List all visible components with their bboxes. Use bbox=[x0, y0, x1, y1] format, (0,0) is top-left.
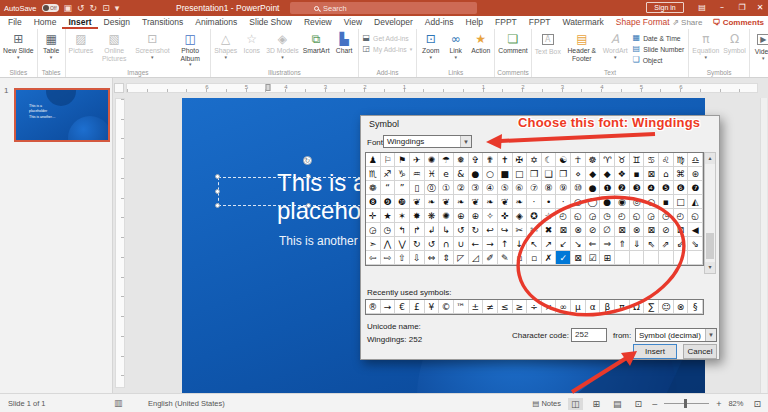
symbol-cell[interactable]: ❼ bbox=[688, 181, 703, 195]
recent-symbol-cell[interactable]: £ bbox=[410, 300, 425, 314]
symbol-cell[interactable]: ↩ bbox=[483, 223, 498, 237]
symbol-cell[interactable]: ⊛ bbox=[688, 167, 703, 181]
symbol-cell[interactable]: ❹ bbox=[644, 181, 659, 195]
symbol-cell[interactable] bbox=[630, 251, 645, 265]
symbol-cell[interactable]: e bbox=[439, 167, 454, 181]
recent-symbol-cell[interactable]: Ω bbox=[630, 300, 645, 314]
chevron-down-icon[interactable]: ▼ bbox=[460, 136, 471, 147]
symbol-cell[interactable]: ✺ bbox=[425, 153, 440, 167]
symbol-cell[interactable]: ✓ bbox=[556, 251, 571, 265]
zoom-level[interactable]: 82% bbox=[728, 399, 743, 408]
symbol-cell[interactable]: ◵ bbox=[688, 209, 703, 223]
symbol-cell[interactable]: ❋ bbox=[425, 209, 440, 223]
symbol-cell[interactable]: ◀ bbox=[688, 223, 703, 237]
zoom-in-icon[interactable]: + bbox=[716, 399, 721, 409]
symbol-cell[interactable]: ◆ bbox=[600, 167, 615, 181]
video-button[interactable]: ▶Video▾ bbox=[751, 30, 768, 60]
symbol-cell[interactable]: ○ bbox=[571, 195, 586, 209]
symbol-cell[interactable]: ◷ bbox=[600, 209, 615, 223]
symbol-cell[interactable]: ◶ bbox=[366, 223, 381, 237]
symbol-cell[interactable]: ⇐ bbox=[586, 237, 601, 251]
symbol-cell[interactable]: ✠ bbox=[513, 153, 528, 167]
object-button[interactable]: ❏Object bbox=[633, 56, 685, 64]
symbol-cell[interactable]: ❦ bbox=[498, 195, 513, 209]
symbol-cell[interactable]: ♍ bbox=[674, 153, 689, 167]
menu-tab-insert[interactable]: Insert bbox=[62, 16, 97, 29]
symbol-cell[interactable]: ❶ bbox=[600, 181, 615, 195]
symbol-cell[interactable]: ⊘ bbox=[586, 223, 601, 237]
canvas-scrollbar[interactable] bbox=[760, 98, 767, 393]
symbol-cell[interactable]: & bbox=[454, 167, 469, 181]
symbol-cell[interactable]: ★ bbox=[381, 209, 396, 223]
present-icon[interactable]: ⊡ bbox=[102, 0, 110, 16]
symbol-cell[interactable]: ⋀ bbox=[381, 237, 396, 251]
symbol-cell[interactable]: ♒ bbox=[410, 167, 425, 181]
recent-symbol-cell[interactable]: → bbox=[381, 300, 396, 314]
symbol-cell[interactable]: ☥ bbox=[571, 153, 586, 167]
symbol-cell[interactable]: ⊠ bbox=[556, 223, 571, 237]
resize-handle[interactable] bbox=[215, 189, 220, 194]
recent-symbol-cell[interactable]: ≥ bbox=[513, 300, 528, 314]
symbol-cell[interactable]: ↲ bbox=[425, 223, 440, 237]
symbol-cell[interactable]: ⇒ bbox=[600, 237, 615, 251]
symbol-cell[interactable]: ◆ bbox=[586, 167, 601, 181]
symbol-cell[interactable]: ↙ bbox=[556, 237, 571, 251]
dialog-title[interactable]: Symbol bbox=[369, 119, 399, 129]
zoom-slider[interactable] bbox=[664, 403, 709, 404]
recent-symbol-cell[interactable]: π bbox=[615, 300, 630, 314]
symbol-cell[interactable]: ③ bbox=[469, 181, 484, 195]
symbol-cell[interactable]: ☂ bbox=[439, 153, 454, 167]
menu-tab-fppt[interactable]: FPPT bbox=[523, 16, 557, 29]
symbol-cell[interactable]: ✖ bbox=[542, 223, 557, 237]
symbol-cell[interactable]: ↻ bbox=[469, 223, 484, 237]
text-box-button[interactable]: AText Box bbox=[533, 30, 563, 56]
symbol-cell[interactable]: ♑ bbox=[395, 167, 410, 181]
fit-to-window-icon[interactable]: ⊡ bbox=[750, 398, 764, 410]
symbol-cell[interactable]: ⇕ bbox=[439, 251, 454, 265]
symbol-cell[interactable]: ❒ bbox=[527, 167, 542, 181]
symbol-cell[interactable]: ♎ bbox=[688, 153, 703, 167]
zoom-button[interactable]: ⊡Zoom▾ bbox=[418, 30, 443, 59]
symbol-cell[interactable]: ◿ bbox=[469, 251, 484, 265]
symbol-cell[interactable]: ➣ bbox=[366, 237, 381, 251]
symbol-cell[interactable]: ☆ bbox=[542, 209, 557, 223]
wordart-button[interactable]: AWordArt▾ bbox=[601, 30, 630, 59]
recent-symbol-cell[interactable]: ÷ bbox=[527, 300, 542, 314]
symbol-cell[interactable]: ↻ bbox=[410, 237, 425, 251]
symbol-cell[interactable]: ❑ bbox=[542, 167, 557, 181]
action-button[interactable]: ★Action bbox=[468, 30, 493, 55]
symbol-cell[interactable]: ❐ bbox=[556, 167, 571, 181]
symbol-cell[interactable]: ✪ bbox=[527, 209, 542, 223]
recent-symbol-cell[interactable]: § bbox=[688, 300, 703, 314]
symbol-cell[interactable]: ⋁ bbox=[395, 237, 410, 251]
undo-icon[interactable]: ↺ bbox=[77, 0, 85, 16]
symbol-cell[interactable]: ◈ bbox=[513, 209, 528, 223]
symbol-cell[interactable]: ◴ bbox=[615, 209, 630, 223]
cancel-button[interactable]: Cancel bbox=[683, 344, 717, 359]
save-icon[interactable]: ▣ bbox=[64, 0, 73, 16]
symbol-cell[interactable]: ⑥ bbox=[513, 181, 528, 195]
symbol-cell[interactable]: ▫ bbox=[527, 251, 542, 265]
symbol-cell[interactable]: ■ bbox=[498, 167, 513, 181]
menu-tab-home[interactable]: Home bbox=[28, 16, 63, 29]
recent-symbol-cell[interactable]: × bbox=[542, 300, 557, 314]
new-slide-button[interactable]: ⊞New Slide▾ bbox=[1, 30, 36, 59]
symbol-cell[interactable]: ◷ bbox=[381, 223, 396, 237]
chevron-down-icon[interactable]: ▼ bbox=[705, 329, 716, 341]
symbol-cell[interactable]: ⑨ bbox=[556, 181, 571, 195]
symbol-cell[interactable]: ◴ bbox=[674, 209, 689, 223]
symbol-cell[interactable] bbox=[615, 251, 630, 265]
share-button[interactable]: ⇗ Share bbox=[672, 18, 702, 27]
symbol-cell[interactable]: ✡ bbox=[527, 153, 542, 167]
maximize-icon[interactable]: ❐ bbox=[734, 0, 750, 16]
symbol-cell[interactable]: “ bbox=[381, 181, 396, 195]
symbol-cell[interactable]: ⚑ bbox=[395, 153, 410, 167]
symbol-cell[interactable]: ↘ bbox=[571, 237, 586, 251]
slide-thumbnail[interactable]: This is a placeholder This is another… bbox=[14, 88, 110, 142]
recent-symbol-cell[interactable]: β bbox=[600, 300, 615, 314]
recent-symbol-cell[interactable]: € bbox=[395, 300, 410, 314]
normal-view-icon[interactable]: ◫ bbox=[568, 398, 583, 410]
symbol-cell[interactable]: ❽ bbox=[366, 195, 381, 209]
scroll-up-icon[interactable]: ▴ bbox=[705, 153, 715, 164]
menu-tab-developer[interactable]: Developer bbox=[368, 16, 419, 29]
